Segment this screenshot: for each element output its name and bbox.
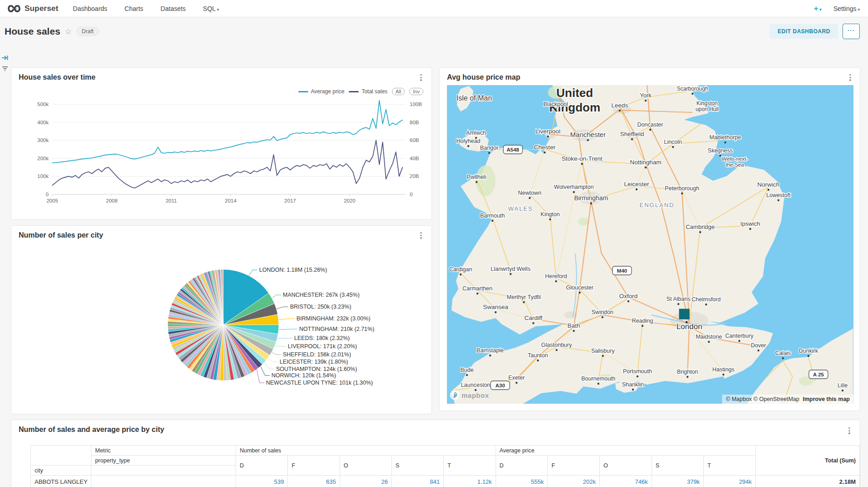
nav-menu: Dashboards Charts Datasets SQL▾ [73, 5, 219, 12]
nav-item-dashboards[interactable]: Dashboards [73, 5, 107, 12]
svg-text:Sheffield: Sheffield [620, 131, 644, 137]
svg-text:Ipswich: Ipswich [740, 220, 760, 227]
svg-text:ENGLAND: ENGLAND [640, 202, 675, 208]
svg-text:Bude: Bude [460, 367, 473, 373]
svg-text:Carmarthen: Carmarthen [462, 285, 492, 292]
svg-text:Kingston: Kingston [697, 100, 718, 107]
svg-text:York: York [640, 92, 652, 99]
nav-item-charts[interactable]: Charts [125, 5, 143, 12]
page-title: House sales [5, 26, 60, 37]
svg-text:SOUTHAMPTON: 124k (1.60%): SOUTHAMPTON: 124k (1.60%) [276, 366, 357, 372]
svg-text:WALES: WALES [508, 205, 533, 212]
svg-text:100k: 100k [37, 173, 49, 179]
svg-text:A30: A30 [495, 383, 505, 388]
svg-text:500k: 500k [37, 101, 49, 107]
svg-text:Exeter: Exeter [508, 375, 525, 381]
row-total-cell: 2.18M [756, 476, 860, 487]
svg-text:Brighton: Brighton [677, 369, 698, 375]
col-header-1[interactable]: F [288, 456, 340, 476]
col-header-5[interactable]: D [496, 456, 547, 476]
edit-dashboard-button[interactable]: EDIT DASHBOARD [770, 24, 838, 39]
col-header-2[interactable]: O [340, 456, 391, 476]
svg-text:NORWICH: 120k (1.54%): NORWICH: 120k (1.54%) [271, 372, 336, 379]
table-value-cell: 294k [703, 476, 755, 487]
svg-text:LEICESTER: 139k (1.80%): LEICESTER: 139k (1.80%) [280, 359, 348, 365]
col-header-6[interactable]: F [547, 456, 599, 476]
group-header-0[interactable]: Number of sales [236, 446, 496, 456]
svg-text:Maidstone: Maidstone [696, 334, 722, 340]
svg-text:Norwich: Norwich [758, 181, 780, 188]
header-actions: EDIT DASHBOARD ··· [770, 24, 868, 39]
svg-text:NEWCASTLE UPON TYNE: 101k (1.3: NEWCASTLE UPON TYNE: 101k (1.30%) [266, 380, 373, 386]
mapbox-logo[interactable]: mapbox [450, 390, 489, 400]
pivot-table-wrap: MetricNumber of salesAverage priceTotal … [30, 445, 860, 487]
svg-text:BIRMINGHAM: 232k (3.00%): BIRMINGHAM: 232k (3.00%) [296, 315, 371, 322]
draft-badge: Draft [76, 27, 99, 36]
panel-menu-kebab-icon[interactable] [847, 74, 853, 83]
filter-icon[interactable] [1, 65, 9, 74]
improve-map-link[interactable]: Improve this map [803, 396, 850, 402]
col-header-3[interactable]: S [391, 456, 443, 476]
pivot-table[interactable]: MetricNumber of salesAverage priceTotal … [30, 445, 860, 487]
svg-text:Peterborough: Peterborough [665, 185, 699, 192]
table-header-row: MetricNumber of salesAverage priceTotal … [31, 446, 860, 456]
svg-text:2014: 2014 [225, 198, 237, 203]
metric-header: Metric [91, 446, 236, 456]
panel-avg-house-price-map: Avg house price map UnitedKingdomIsle of… [439, 67, 860, 411]
more-options-button[interactable]: ··· [843, 24, 860, 39]
superset-brand[interactable]: Superset [0, 4, 65, 13]
svg-text:200k: 200k [37, 156, 49, 161]
svg-text:Launceston: Launceston [461, 382, 491, 388]
svg-text:Liverpool: Liverpool [536, 128, 561, 135]
svg-text:Pwllheli: Pwllheli [467, 174, 486, 180]
svg-text:M40: M40 [617, 268, 627, 274]
table-value-cell: 635 [288, 476, 340, 487]
svg-text:Calais: Calais [775, 350, 791, 356]
expand-filter-bar-icon[interactable] [1, 54, 9, 63]
city-header[interactable]: city [31, 466, 91, 476]
pie-chart[interactable]: LONDON: 1.18M (15.26%)MANCHESTER: 267k (… [11, 226, 432, 415]
settings-label: Settings [833, 5, 857, 12]
svg-text:Reading: Reading [632, 318, 653, 324]
favorite-star-icon[interactable]: ☆ [65, 27, 72, 36]
col-header-4[interactable]: T [444, 456, 496, 476]
col-header-9[interactable]: T [703, 456, 755, 476]
table-value-cell: 1.12k [444, 476, 496, 487]
nav-item-sql-label: SQL [203, 5, 216, 12]
col-header-8[interactable]: S [652, 456, 703, 476]
svg-text:Bangor: Bangor [480, 145, 498, 151]
svg-text:400k: 400k [37, 120, 49, 125]
nav-item-sql[interactable]: SQL▾ [203, 5, 219, 12]
svg-text:2008: 2008 [106, 198, 118, 203]
svg-text:BRISTOL: 250k (3.23%): BRISTOL: 250k (3.23%) [290, 304, 351, 310]
settings-menu[interactable]: Settings▾ [833, 5, 860, 12]
nav-item-datasets[interactable]: Datasets [161, 5, 186, 12]
mapbox-logo-icon [450, 390, 460, 400]
svg-text:Cardigan: Cardigan [449, 266, 472, 273]
blank-cell [91, 476, 236, 487]
svg-text:60B: 60B [410, 137, 419, 143]
chevron-down-icon: ▾ [858, 7, 860, 12]
svg-text:2005: 2005 [46, 198, 58, 203]
new-item-button[interactable]: +▾ [814, 5, 822, 13]
table-value-cell: 26 [340, 476, 391, 487]
panel-menu-kebab-icon[interactable] [846, 427, 853, 436]
total-header[interactable]: Total (Sum) [756, 446, 860, 476]
svg-text:Oxford: Oxford [619, 293, 638, 299]
group-header-1[interactable]: Average price [496, 446, 756, 456]
col-header-0[interactable]: D [236, 456, 288, 476]
blank-cell [91, 466, 236, 476]
time-series-chart[interactable]: 00100k20B200k40B300k60B400k80B500k100B20… [11, 68, 432, 220]
svg-text:Swindon: Swindon [592, 309, 613, 315]
svg-text:Blackpool: Blackpool [543, 101, 568, 107]
table-row[interactable]: ABBOTS LANGLEY539635268411.12k555k202k74… [31, 476, 860, 487]
svg-text:0: 0 [46, 192, 49, 197]
svg-text:NOTTINGHAM: 210k (2.71%): NOTTINGHAM: 210k (2.71%) [299, 326, 374, 332]
svg-text:100B: 100B [410, 101, 422, 107]
svg-text:Shanklin: Shanklin [622, 381, 644, 388]
svg-text:Skegness: Skegness [708, 147, 733, 154]
dashboard-header: House sales ☆ Draft EDIT DASHBOARD ··· [0, 17, 868, 46]
col-header-7[interactable]: O [600, 456, 652, 476]
svg-text:Wolverhampton: Wolverhampton [554, 184, 593, 190]
map-canvas[interactable]: UnitedKingdomIsle of ManScarboroughYorkL… [447, 85, 853, 404]
